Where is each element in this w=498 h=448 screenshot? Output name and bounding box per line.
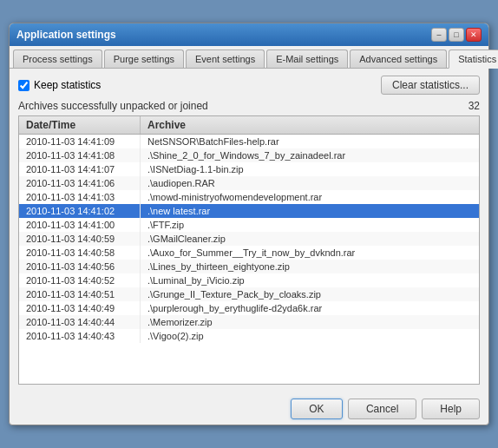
table-row[interactable]: 2010-11-03 14:41:02.\new latest.rar: [19, 204, 479, 218]
table-row[interactable]: 2010-11-03 14:40:59.\GMailCleaner.zip: [19, 232, 479, 246]
minimize-button[interactable]: –: [431, 28, 447, 42]
datetime-cell: 2010-11-03 14:41:07: [19, 162, 141, 176]
table-body[interactable]: 2010-11-03 14:41:09NetSNSOR\BatchFiles-h…: [19, 135, 479, 384]
datetime-cell: 2010-11-03 14:41:08: [19, 148, 141, 162]
archive-cell: .\Lines_by_thirteen_eightyone.zip: [141, 260, 479, 273]
table-row[interactable]: 2010-11-03 14:40:44.\Memorizer.zip: [19, 315, 479, 329]
table-row[interactable]: 2010-11-03 14:41:09NetSNSOR\BatchFiles-h…: [19, 135, 479, 148]
datetime-cell: 2010-11-03 14:40:58: [19, 246, 141, 260]
datetime-cell: 2010-11-03 14:41:09: [19, 135, 141, 148]
archive-cell: .\mowd-ministryofwomendevelopment.rar: [141, 190, 479, 204]
datetime-cell: 2010-11-03 14:41:06: [19, 176, 141, 190]
window-title: Application settings: [16, 29, 116, 41]
archive-cell: .\ISNetDiag-1.1-bin.zip: [141, 162, 479, 176]
tab-email[interactable]: E-Mail settings: [266, 49, 348, 68]
datetime-cell: 2010-11-03 14:41:00: [19, 218, 141, 232]
archive-cell: .\new latest.rar: [141, 204, 479, 218]
cancel-button[interactable]: Cancel: [348, 399, 416, 419]
archive-cell: .\GMailCleaner.zip: [141, 232, 479, 246]
tab-advanced[interactable]: Advanced settings: [350, 49, 447, 68]
close-button[interactable]: ✕: [466, 28, 482, 42]
archive-cell: .\Vigoo(2).zip: [141, 329, 479, 343]
archive-cell: .\Shine_2_0_for_Windows_7_by_zainadeel.r…: [141, 148, 479, 162]
datetime-cell: 2010-11-03 14:40:56: [19, 260, 141, 273]
keep-statistics-text: Keep statistics: [34, 79, 101, 91]
header-cell-date-time: Date/Time: [19, 116, 141, 134]
section-label: Archives successfully unpacked or joined: [18, 100, 208, 112]
ok-button[interactable]: OK: [291, 399, 343, 419]
keep-statistics-label: Keep statistics: [18, 79, 101, 91]
count-badge: 32: [469, 100, 480, 112]
table-row[interactable]: 2010-11-03 14:41:06.\audiopen.RAR: [19, 176, 479, 190]
table-row[interactable]: 2010-11-03 14:41:07.\ISNetDiag-1.1-bin.z…: [19, 162, 479, 176]
title-bar-controls: – □ ✕: [431, 28, 482, 42]
table-header: Date/TimeArchive: [19, 116, 479, 135]
datetime-cell: 2010-11-03 14:40:44: [19, 315, 141, 329]
title-bar: Application settings – □ ✕: [10, 23, 488, 46]
clear-statistics-button[interactable]: Clear statistics...: [381, 76, 480, 95]
datetime-cell: 2010-11-03 14:40:52: [19, 273, 141, 287]
table-row[interactable]: 2010-11-03 14:40:52.\Luminal_by_iVicio.z…: [19, 273, 479, 287]
datetime-cell: 2010-11-03 14:40:49: [19, 301, 141, 315]
archive-cell: .\Auxo_for_Summer__Try_it_now_by_dvkndn.…: [141, 246, 479, 260]
table-row[interactable]: 2010-11-03 14:41:00.\FTF.zip: [19, 218, 479, 232]
top-row: Keep statistics Clear statistics...: [18, 76, 480, 95]
archive-cell: .\Luminal_by_iVicio.zip: [141, 273, 479, 287]
header-cell-archive: Archive: [141, 116, 479, 134]
section-header: Archives successfully unpacked or joined…: [18, 100, 480, 112]
archive-cell: NetSNSOR\BatchFiles-help.rar: [141, 135, 479, 148]
table-row[interactable]: 2010-11-03 14:41:03.\mowd-ministryofwome…: [19, 190, 479, 204]
tab-process[interactable]: Process settings: [13, 49, 102, 68]
archive-cell: .\FTF.zip: [141, 218, 479, 232]
datetime-cell: 2010-11-03 14:40:59: [19, 232, 141, 246]
keep-statistics-checkbox[interactable]: [18, 80, 29, 91]
bottom-row: OK Cancel Help: [10, 392, 488, 425]
table-row[interactable]: 2010-11-03 14:41:08.\Shine_2_0_for_Windo…: [19, 148, 479, 162]
table-row[interactable]: 2010-11-03 14:40:56.\Lines_by_thirteen_e…: [19, 260, 479, 273]
archive-cell: .\purplerough_by_erythuglife-d2yda6k.rar: [141, 301, 479, 315]
archives-table: Date/TimeArchive 2010-11-03 14:41:09NetS…: [18, 115, 480, 385]
table-row[interactable]: 2010-11-03 14:40:58.\Auxo_for_Summer__Tr…: [19, 246, 479, 260]
maximize-button[interactable]: □: [449, 28, 464, 42]
application-settings-window: Application settings – □ ✕ Process setti…: [9, 23, 489, 425]
content-area: Keep statistics Clear statistics... Arch…: [10, 69, 488, 392]
help-button[interactable]: Help: [422, 399, 480, 419]
table-row[interactable]: 2010-11-03 14:40:43.\Vigoo(2).zip: [19, 329, 479, 343]
tab-event[interactable]: Event settings: [186, 49, 265, 68]
datetime-cell: 2010-11-03 14:41:03: [19, 190, 141, 204]
table-row[interactable]: 2010-11-03 14:40:51.\Grunge_II_Texture_P…: [19, 287, 479, 301]
archive-cell: .\audiopen.RAR: [141, 176, 479, 190]
archive-cell: .\Memorizer.zip: [141, 315, 479, 329]
datetime-cell: 2010-11-03 14:40:43: [19, 329, 141, 343]
datetime-cell: 2010-11-03 14:41:02: [19, 204, 141, 218]
tabs-row: Process settingsPurge settingsEvent sett…: [10, 46, 488, 69]
tab-statistics[interactable]: Statistics: [449, 49, 498, 69]
table-row[interactable]: 2010-11-03 14:40:49.\purplerough_by_eryt…: [19, 301, 479, 315]
archive-cell: .\Grunge_II_Texture_Pack_by_cloaks.zip: [141, 287, 479, 301]
datetime-cell: 2010-11-03 14:40:51: [19, 287, 141, 301]
tab-purge[interactable]: Purge settings: [104, 49, 184, 68]
